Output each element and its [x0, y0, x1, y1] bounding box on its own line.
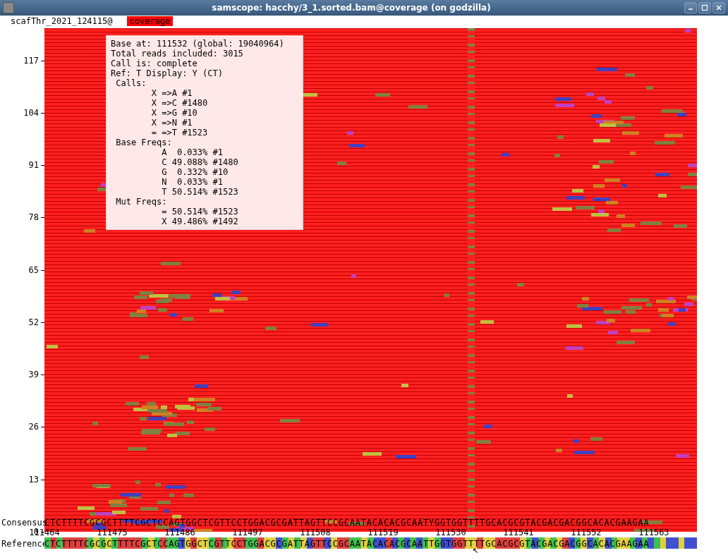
- y-tick: 91: [29, 160, 39, 170]
- x-tick: 111519: [368, 528, 398, 537]
- reference-track[interactable]: CTCTTTTCGCGCTTTTCGCTCCAGTGGCTCGTTCCTGGAC…: [44, 539, 697, 549]
- mismatch-cell: [351, 274, 356, 278]
- mismatch-cell: [128, 447, 146, 451]
- mismatch-cell: [517, 283, 525, 286]
- mismatch-cell: [175, 405, 190, 408]
- y-tick: 39: [29, 370, 39, 379]
- mismatch-cell: [280, 419, 300, 422]
- y-axis: 013263952657891104117: [0, 28, 44, 532]
- close-button[interactable]: [712, 2, 725, 13]
- mismatch-cell: [688, 164, 697, 167]
- mismatch-cell: [674, 224, 687, 228]
- mismatch-cell: [646, 303, 652, 307]
- mismatch-cell: [140, 306, 157, 310]
- y-tick: 78: [29, 212, 39, 222]
- mismatch-cell: [166, 485, 186, 489]
- bottom-tracks: Consensus CTCTTTTCGCGCTTTTCGCTCCAGTGGCTC…: [0, 518, 728, 560]
- mismatch-cell: [677, 113, 686, 116]
- mismatch-cell: [167, 434, 177, 437]
- mismatch-cell: [668, 322, 676, 326]
- mismatch-cell: [142, 406, 159, 409]
- x-tick: 111497: [232, 528, 262, 537]
- mismatch-cell: [375, 93, 390, 97]
- mismatch-cell: [625, 73, 635, 77]
- mismatch-cell: [617, 341, 635, 344]
- app-icon: [3, 2, 14, 13]
- mismatch-cell: [576, 206, 595, 209]
- mismatch-cell: [655, 173, 669, 176]
- mismatch-cell: [158, 308, 167, 312]
- coverage-tag[interactable]: coverage: [127, 16, 174, 26]
- svg-rect-1: [703, 5, 708, 10]
- mismatch-cell: [140, 417, 147, 420]
- minimize-button[interactable]: [684, 2, 697, 13]
- window-buttons: [684, 2, 725, 13]
- y-tick: 117: [23, 56, 39, 66]
- mismatch-cell: [302, 93, 317, 97]
- mismatch-cell: [161, 406, 167, 409]
- y-tick: 65: [29, 265, 39, 275]
- mismatch-cell: [78, 506, 95, 510]
- mismatch-cell: [169, 494, 174, 497]
- consensus-track[interactable]: CTCTTTTCGCGCTTTTCGCTCCAGTGGCTCGTTCCTGGAC…: [44, 518, 697, 528]
- titlebar[interactable]: samscope: hacchy/3_1.sorted.bam@coverage…: [0, 0, 728, 16]
- mismatch-cell: [135, 480, 140, 484]
- mismatch-cell: [552, 207, 572, 211]
- mismatch-cell: [175, 432, 190, 435]
- mismatch-cell: [112, 511, 126, 514]
- mismatch-column: [468, 28, 475, 532]
- mismatch-cell: [566, 346, 583, 350]
- mismatch-cell: [363, 452, 381, 456]
- mouse-cursor-icon: ↖: [473, 544, 478, 555]
- mismatch-cell: [606, 201, 618, 205]
- mismatch-cell: [557, 135, 564, 139]
- mismatch-cell: [593, 139, 610, 142]
- mismatch-cell: [555, 104, 574, 107]
- maximize-button[interactable]: [698, 2, 711, 13]
- scaffold-label: scafThr_2021_124115@: [11, 16, 113, 26]
- mismatch-cell: [658, 194, 667, 197]
- mismatch-cell: [140, 355, 149, 359]
- mismatch-cell: [47, 345, 58, 348]
- mismatch-cell: [194, 398, 214, 401]
- x-tick: 111563: [638, 528, 669, 537]
- mismatch-cell: [621, 116, 635, 120]
- mismatch-cell: [641, 221, 662, 225]
- mismatch-cell: [687, 296, 697, 299]
- mismatch-cell: [681, 185, 697, 189]
- app-window: samscope: hacchy/3_1.sorted.bam@coverage…: [0, 0, 728, 560]
- mismatch-cell: [662, 109, 681, 113]
- content-area: scafThr_2021_124115@ coverage 0132639526…: [0, 16, 728, 560]
- tooltip: Base at: 111532 (global: 19040964) Total…: [106, 35, 303, 230]
- mismatch-cell: [566, 324, 582, 328]
- mismatch-cell: [586, 92, 594, 96]
- mismatch-cell: [621, 224, 634, 227]
- x-tick: 111464: [29, 528, 59, 537]
- mismatch-cell: [566, 196, 585, 200]
- mismatch-cell: [630, 152, 636, 155]
- mismatch-cell: [157, 501, 170, 504]
- x-tick: 111530: [435, 528, 466, 537]
- mismatch-cell: [607, 229, 621, 232]
- mismatch-cell: [147, 402, 156, 406]
- mismatch-cell: [215, 297, 229, 300]
- mismatch-cell: [161, 262, 181, 265]
- mismatch-cell: [401, 384, 409, 387]
- mismatch-cell: [137, 310, 146, 313]
- mismatch-cell: [597, 68, 617, 71]
- mismatch-cell: [572, 189, 583, 193]
- mismatch-cell: [231, 291, 241, 294]
- mismatch-cell: [149, 294, 169, 298]
- mismatch-cell: [147, 409, 167, 413]
- y-tick: 52: [29, 317, 39, 327]
- mismatch-cell: [554, 154, 560, 157]
- mismatch-cell: [688, 173, 697, 176]
- y-tick: 13: [29, 475, 39, 485]
- mismatch-cell: [591, 213, 609, 217]
- x-tick: 111541: [503, 528, 533, 537]
- mismatch-cell: [597, 97, 606, 100]
- mismatch-cell: [621, 306, 642, 310]
- mismatch-cell: [617, 214, 625, 218]
- mismatch-cell: [676, 454, 690, 458]
- mismatch-cell: [593, 184, 605, 188]
